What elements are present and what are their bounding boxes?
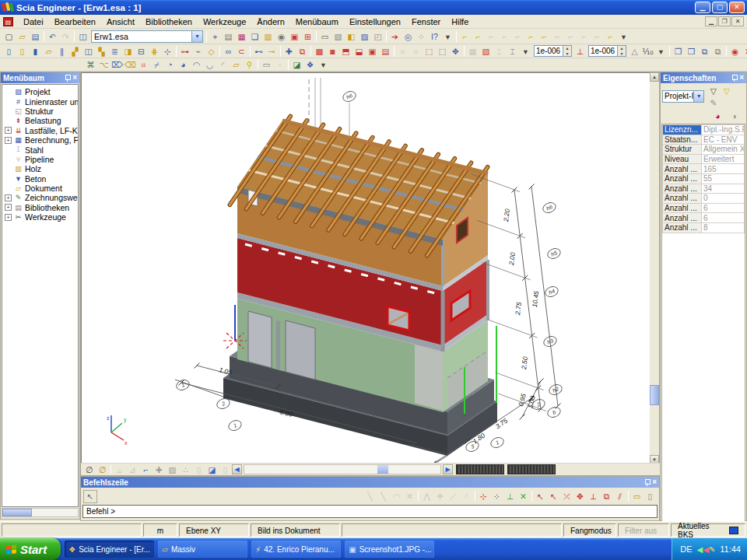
toolbar-icon[interactable]: ⌦ bbox=[110, 59, 124, 71]
menu-ändern[interactable]: Ändern bbox=[251, 16, 289, 28]
eigenschaften-header[interactable]: Eigenschaften × bbox=[661, 72, 746, 83]
toolbar-icon[interactable]: ⌐ bbox=[511, 30, 524, 42]
toolbar-icon[interactable]: ▧ bbox=[479, 45, 493, 57]
vscroll-thumb[interactable] bbox=[650, 385, 659, 405]
menu-werkzeuge[interactable]: Werkzeuge bbox=[198, 16, 251, 28]
toolbar-icon[interactable]: ⌶ bbox=[493, 45, 506, 57]
scroll-left-icon[interactable]: ◀ bbox=[232, 464, 242, 474]
tree-item-struktur[interactable]: ◱Struktur bbox=[2, 107, 78, 116]
toolbar-icon[interactable]: ⊹ bbox=[161, 45, 174, 57]
toolbar-icon[interactable]: ⌐ bbox=[498, 30, 511, 42]
toolbar-icon[interactable]: ❒ bbox=[685, 45, 698, 57]
property-value[interactable]: EC - ENV bbox=[702, 135, 745, 145]
toolbar-icon[interactable]: ⌁ bbox=[191, 45, 205, 57]
property-label[interactable]: Anzahl ... bbox=[663, 203, 702, 213]
toolbar-icon[interactable]: ⊞ bbox=[301, 30, 314, 42]
chevron-down-icon[interactable]: ▼ bbox=[191, 31, 202, 42]
toolbar-icon[interactable]: ▤ bbox=[222, 30, 235, 42]
toolbar-icon[interactable]: ⟋ bbox=[447, 491, 460, 502]
toolbar-icon[interactable]: ✕ bbox=[742, 45, 747, 57]
taskbar-task[interactable]: ❖Scia Engineer - [Er... bbox=[65, 541, 154, 558]
toolbar-icon[interactable]: ◠ bbox=[190, 59, 203, 71]
toolbar-icon[interactable]: ◪ bbox=[290, 59, 303, 71]
toolbar-icon[interactable]: ✥ bbox=[573, 491, 587, 502]
toolbar-icon[interactable]: ↖ bbox=[534, 491, 547, 502]
taskbar-task[interactable]: ⚡42. Enrico Pieranu... bbox=[251, 541, 341, 558]
mdi-restore-button[interactable]: ❐ bbox=[718, 16, 731, 26]
toolbar-icon[interactable]: ╲ bbox=[377, 491, 390, 502]
toolbar-icon[interactable]: ▮ bbox=[29, 45, 42, 57]
toolbar-icon[interactable]: ▱ bbox=[16, 30, 29, 42]
property-label[interactable]: Niveau bbox=[663, 154, 702, 164]
toolbar-icon[interactable]: ▯ bbox=[219, 464, 232, 475]
scroll-right-icon[interactable]: ▶ bbox=[443, 464, 453, 474]
menu-hilfe[interactable]: Hilfe bbox=[446, 16, 474, 28]
toolbar-icon[interactable]: ▧ bbox=[331, 30, 345, 42]
expander-icon[interactable]: + bbox=[5, 194, 12, 201]
toolbar-icon[interactable]: ◎ bbox=[402, 30, 415, 42]
toolbar-icon[interactable]: I? bbox=[428, 30, 441, 42]
toolbar-icon[interactable]: ⋀ bbox=[420, 491, 433, 502]
toolbar-icon[interactable]: ⌗ bbox=[409, 45, 423, 57]
toolbar-icon[interactable]: ◕ bbox=[177, 59, 190, 71]
toolbar-icon[interactable]: ▯ bbox=[644, 491, 657, 502]
toolbar-icon[interactable]: ▱ bbox=[42, 45, 55, 57]
taskbar-task[interactable]: ▱Massiv bbox=[158, 541, 247, 558]
property-value[interactable]: 6 bbox=[702, 213, 745, 223]
menu-datei[interactable]: Datei bbox=[18, 16, 49, 28]
tree-item-pipeline[interactable]: ⑂Pipeline bbox=[2, 155, 78, 164]
toolbar-icon[interactable]: ⌐ bbox=[485, 30, 498, 42]
property-label[interactable]: Anzahl ... bbox=[663, 194, 702, 204]
toolbar-icon[interactable]: ◡ bbox=[203, 59, 216, 71]
model-view[interactable]: z y x 2.202.002.752.500.951.0010.458.001… bbox=[81, 72, 651, 464]
toolbar-icon[interactable]: ▯ bbox=[2, 45, 16, 57]
property-value[interactable]: 34 bbox=[702, 184, 745, 194]
tray-icon[interactable]: ✎ bbox=[709, 545, 715, 554]
toolbar-icon[interactable]: ▽ bbox=[707, 85, 720, 96]
toolbar-icon[interactable]: ⤫ bbox=[560, 491, 573, 502]
befehlszeile-header[interactable]: Befehlszeile × bbox=[81, 477, 659, 488]
toolbar-icon[interactable]: ⧉ bbox=[296, 45, 309, 57]
toolbar-icon[interactable]: △ bbox=[628, 45, 641, 57]
title-bar[interactable]: Scia Engineer - [Erw1.esa : 1] ▁ ▢ ✕ bbox=[0, 0, 747, 15]
toolbar-icon[interactable]: ⌖ bbox=[209, 30, 222, 42]
tree-item-lastf-lle-lf-komb[interactable]: +⇊Lastfälle, LF-Komb bbox=[2, 126, 78, 135]
pin-icon[interactable] bbox=[65, 75, 70, 82]
toolbar-icon[interactable]: ⊶ bbox=[178, 45, 191, 57]
property-row[interactable]: Anzahl ...0 bbox=[663, 194, 745, 204]
property-row[interactable]: NiveauErweitert bbox=[663, 154, 745, 164]
toolbar-icon[interactable]: ⌐ bbox=[564, 30, 577, 42]
property-row[interactable]: StrukturAllgemein XYZ bbox=[663, 145, 745, 155]
toolbar-icon[interactable]: ▾ bbox=[317, 59, 330, 71]
menu-fenster[interactable]: Fenster bbox=[406, 16, 446, 28]
mdi-close-button[interactable]: ✕ bbox=[731, 16, 744, 26]
property-value[interactable]: Dipl.-Ing.S.Ry... bbox=[702, 125, 745, 135]
toolbar-icon[interactable]: ⚲ bbox=[243, 59, 256, 71]
menubaum-header[interactable]: Menübaum × bbox=[1, 72, 79, 83]
toolbar-icon[interactable]: ⌿ bbox=[150, 59, 163, 71]
cursor-tool-button[interactable]: ↖ bbox=[83, 490, 97, 503]
menubaum-hscrollbar[interactable] bbox=[2, 508, 79, 517]
toolbar-icon[interactable]: ◠ bbox=[390, 491, 403, 502]
tree-item-linienraster-und-g[interactable]: #Linienraster und G bbox=[2, 96, 78, 106]
tree-item-dokument[interactable]: ▱Dokument bbox=[2, 184, 78, 193]
toolbar-icon[interactable]: ✛ bbox=[433, 491, 447, 502]
close-button[interactable]: ✕ bbox=[729, 2, 745, 13]
status-filter[interactable]: Filter aus bbox=[618, 523, 669, 537]
toolbar-icon[interactable]: ⊹ bbox=[477, 491, 490, 502]
tree-item-stahl[interactable]: ⌶Stahl bbox=[2, 145, 78, 154]
property-value[interactable]: Allgemein XYZ bbox=[702, 145, 745, 155]
property-group-select[interactable]: Projekt-I ▼ bbox=[662, 90, 704, 103]
property-value[interactable]: 55 bbox=[702, 173, 745, 184]
property-label[interactable]: Anzahl ... bbox=[663, 184, 702, 194]
menu-einstellungen[interactable]: Einstellungen bbox=[344, 16, 406, 28]
toolbar-icon[interactable]: ⌐ bbox=[551, 30, 564, 42]
toolbar-icon[interactable]: ⌐ bbox=[524, 30, 538, 42]
tree-item-bibliotheken[interactable]: +▤Bibliotheken bbox=[2, 203, 78, 212]
expander-icon[interactable]: + bbox=[5, 204, 12, 211]
toolbar-icon[interactable]: ⌐ bbox=[604, 30, 617, 42]
toolbar-icon[interactable]: ◧ bbox=[345, 30, 358, 42]
property-label[interactable]: Anzahl ... bbox=[663, 164, 702, 174]
toolbar-icon[interactable]: ∥ bbox=[55, 45, 68, 57]
language-indicator[interactable]: DE bbox=[680, 544, 692, 554]
